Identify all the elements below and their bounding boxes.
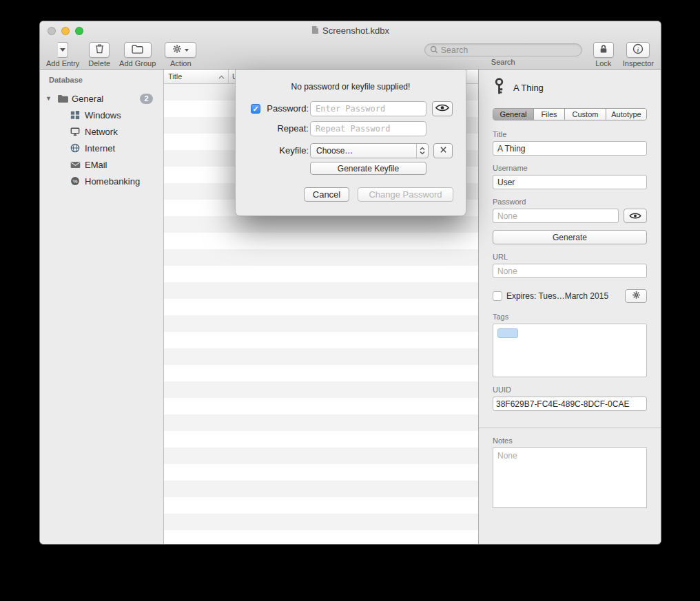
coin-percent-icon: % bbox=[68, 176, 82, 186]
tab-autotype[interactable]: Autotype bbox=[606, 109, 646, 120]
gear-icon bbox=[172, 44, 182, 56]
notes-field[interactable] bbox=[493, 447, 647, 508]
svg-text:%: % bbox=[73, 178, 78, 184]
monitor-icon bbox=[68, 127, 82, 136]
zoom-button[interactable] bbox=[75, 27, 83, 35]
windows-icon bbox=[68, 110, 82, 120]
expires-checkbox[interactable] bbox=[493, 291, 502, 301]
lock-icon bbox=[599, 44, 608, 56]
dialog-repeat-label: Repeat: bbox=[263, 121, 309, 136]
envelope-icon bbox=[68, 161, 82, 169]
entry-title: A Thing bbox=[513, 83, 544, 93]
eye-icon bbox=[435, 103, 449, 114]
dialog-password-input[interactable] bbox=[310, 101, 426, 116]
toolbar-delete: Delete bbox=[88, 42, 110, 67]
folder-plus-icon bbox=[132, 44, 143, 56]
notes-label: Notes bbox=[493, 436, 647, 445]
uuid-label: UUID bbox=[493, 386, 647, 394]
url-field[interactable] bbox=[493, 264, 647, 278]
keyfile-dropdown[interactable]: Choose… bbox=[310, 143, 429, 158]
search-input[interactable] bbox=[441, 45, 577, 55]
title-label: Title bbox=[493, 130, 647, 138]
uuid-field[interactable] bbox=[493, 397, 647, 411]
expires-row: Expires: Tues…March 2015 bbox=[493, 289, 647, 303]
count-badge: 2 bbox=[140, 94, 153, 104]
chevron-down-icon bbox=[185, 49, 189, 52]
eye-icon bbox=[629, 210, 641, 222]
tab-files[interactable]: Files bbox=[534, 109, 565, 120]
url-label: URL bbox=[493, 253, 647, 261]
dialog-reveal-password-button[interactable] bbox=[432, 101, 453, 116]
sidebar-section-header: Database bbox=[40, 76, 163, 84]
sidebar-item-windows[interactable]: Windows bbox=[40, 107, 163, 123]
tag-chip bbox=[497, 328, 518, 338]
search-icon bbox=[430, 44, 438, 56]
document-icon bbox=[311, 25, 319, 36]
app-window: Screenshot.kdbx Add Entry bbox=[39, 21, 661, 545]
toolbar-lock: Lock bbox=[593, 42, 614, 67]
disclosure-triangle[interactable]: ▼ bbox=[45, 95, 55, 102]
lock-button[interactable] bbox=[593, 42, 614, 58]
tags-field[interactable] bbox=[493, 324, 647, 377]
minimize-button[interactable] bbox=[61, 27, 70, 35]
toolbar-add-group: Add Group bbox=[119, 42, 156, 67]
clear-keyfile-button[interactable] bbox=[433, 143, 453, 158]
username-label: Username bbox=[493, 164, 647, 172]
toolbar: Add Entry Delete bbox=[40, 40, 661, 70]
sort-ascending-icon bbox=[218, 72, 225, 81]
entry-header: A Thing bbox=[493, 78, 647, 97]
tab-custom[interactable]: Custom bbox=[565, 109, 606, 120]
svg-text:i: i bbox=[637, 45, 639, 52]
action-button[interactable] bbox=[165, 42, 196, 58]
cancel-button[interactable]: Cancel bbox=[304, 187, 349, 202]
window-chrome: Screenshot.kdbx Add Entry bbox=[40, 21, 661, 70]
search-field[interactable] bbox=[424, 43, 582, 56]
close-button[interactable] bbox=[48, 27, 56, 35]
gear-icon bbox=[632, 290, 641, 302]
chevron-down-icon bbox=[60, 48, 65, 52]
tags-label: Tags bbox=[493, 313, 647, 321]
generate-keyfile-button[interactable]: Generate Keyfile bbox=[310, 162, 426, 175]
expires-label: Expires: Tues…March 2015 bbox=[506, 291, 625, 301]
dialog-repeat-input[interactable] bbox=[310, 121, 426, 136]
expires-settings-button[interactable] bbox=[625, 289, 647, 303]
globe-icon bbox=[68, 143, 82, 153]
password-checkbox[interactable]: ✓ bbox=[251, 104, 260, 114]
toolbar-inspector: i Inspector bbox=[623, 42, 654, 67]
toolbar-add-entry: Add Entry bbox=[46, 42, 79, 67]
password-field[interactable] bbox=[493, 209, 619, 223]
title-field[interactable] bbox=[493, 141, 647, 156]
sidebar-item-network[interactable]: Network bbox=[40, 123, 163, 140]
section-divider bbox=[479, 428, 661, 428]
sidebar-item-email[interactable]: EMail bbox=[40, 156, 163, 173]
inspector-panel: A Thing General Files Custom Autotype Ti… bbox=[478, 70, 661, 544]
add-group-button[interactable] bbox=[124, 42, 152, 58]
toolbar-search: Search bbox=[424, 42, 582, 66]
username-field[interactable] bbox=[493, 175, 647, 189]
change-password-dialog: No password or keyfile supplied! ✓ Passw… bbox=[235, 70, 466, 216]
change-password-button: Change Password bbox=[358, 187, 453, 202]
delete-button[interactable] bbox=[89, 42, 110, 58]
password-label: Password bbox=[493, 198, 647, 206]
toolbar-action: Action bbox=[165, 42, 196, 67]
tab-general[interactable]: General bbox=[493, 109, 534, 120]
titlebar: Screenshot.kdbx bbox=[40, 21, 661, 40]
key-icon bbox=[493, 77, 506, 98]
sidebar-item-internet[interactable]: Internet bbox=[40, 140, 163, 156]
column-header-title[interactable]: Title bbox=[164, 70, 229, 83]
folder-icon bbox=[55, 94, 70, 103]
sidebar-item-homebanking[interactable]: % Homebanking bbox=[40, 173, 163, 189]
screenshot-stage: Screenshot.kdbx Add Entry bbox=[0, 0, 700, 601]
trash-icon bbox=[95, 43, 104, 56]
dialog-password-label: Password: bbox=[263, 101, 309, 116]
inspector-button[interactable]: i bbox=[626, 42, 650, 58]
close-icon bbox=[440, 146, 447, 156]
sidebar-item-general[interactable]: ▼ General 2 bbox=[40, 90, 163, 107]
info-icon: i bbox=[632, 43, 644, 57]
generate-button[interactable]: Generate bbox=[493, 230, 647, 244]
dialog-message: No password or keyfile supplied! bbox=[236, 82, 466, 92]
inspector-tabs: General Files Custom Autotype bbox=[493, 108, 647, 120]
reveal-password-button[interactable] bbox=[624, 209, 647, 223]
window-title: Screenshot.kdbx bbox=[322, 25, 389, 36]
add-entry-dropdown[interactable] bbox=[58, 42, 68, 58]
